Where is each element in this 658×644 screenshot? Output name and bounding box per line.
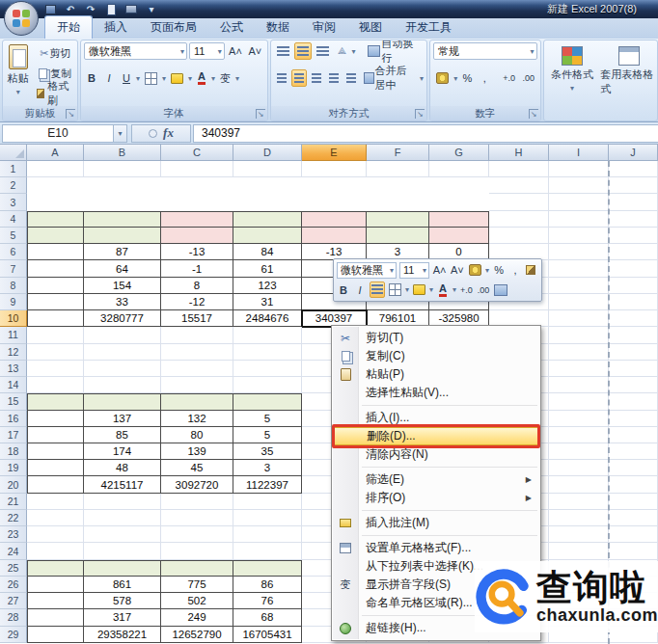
cell-D26[interactable]: 86 [233, 577, 302, 593]
row-header-12[interactable]: 12 [0, 344, 27, 361]
cell-D4[interactable] [233, 211, 302, 228]
cell-A3[interactable] [27, 194, 84, 210]
cell-B14[interactable] [84, 377, 161, 393]
cell-A9[interactable] [27, 294, 84, 310]
cell-D3[interactable] [233, 194, 302, 210]
cell-J4[interactable] [609, 211, 658, 228]
mini-accounting-button[interactable] [468, 262, 482, 279]
cell-B7[interactable]: 64 [84, 260, 161, 277]
cell-A12[interactable] [27, 344, 84, 361]
tab-data[interactable]: 数据 [255, 16, 301, 39]
print-preview-button[interactable] [103, 3, 119, 16]
cell-B6[interactable]: 87 [84, 244, 161, 260]
menu-item-7[interactable]: 清除内容(N) [333, 445, 539, 464]
cell-C25[interactable] [161, 560, 233, 577]
increase-decimal-button[interactable]: +.0 [500, 69, 517, 87]
cell-A2[interactable] [27, 177, 84, 194]
mini-increase-decimal-button[interactable]: +.0 [459, 282, 474, 298]
cell-A29[interactable] [27, 627, 84, 643]
mini-grow-font-button[interactable]: A˄ [432, 262, 447, 279]
cell-F2[interactable] [367, 177, 429, 194]
mini-comma-button[interactable]: , [508, 262, 522, 279]
menu-item-5[interactable]: 插入(I)... [333, 409, 539, 427]
cell-C6[interactable]: -13 [161, 244, 233, 260]
menu-item-6[interactable]: 删除(D)... [333, 427, 539, 445]
cell-D21[interactable] [233, 494, 302, 510]
cell-C22[interactable] [161, 510, 233, 526]
font-dialog-launcher[interactable]: ↘ [256, 109, 265, 119]
cell-B9[interactable]: 33 [84, 294, 161, 310]
cell-C8[interactable]: 8 [161, 278, 233, 294]
mini-format-painter-button[interactable] [525, 262, 538, 279]
cell-A11[interactable] [27, 327, 84, 343]
cell-I20[interactable] [549, 476, 609, 493]
row-header-3[interactable]: 3 [0, 194, 27, 210]
cell-B3[interactable] [84, 194, 161, 210]
column-header-D[interactable]: D [233, 145, 302, 161]
cell-A16[interactable] [27, 411, 84, 427]
cell-C26[interactable]: 775 [161, 577, 233, 593]
accounting-format-button[interactable] [433, 69, 452, 87]
cell-C14[interactable] [161, 377, 233, 393]
cell-J11[interactable] [609, 327, 658, 343]
cell-B29[interactable]: 29358221 [84, 627, 161, 643]
borders-button[interactable] [142, 69, 160, 87]
cell-A10[interactable] [27, 310, 84, 327]
column-header-A[interactable]: A [27, 145, 84, 161]
cell-I3[interactable] [549, 194, 609, 210]
cell-D19[interactable]: 3 [233, 460, 302, 476]
menu-item-1[interactable]: 复制(C) [333, 347, 539, 365]
mini-fill-color-button[interactable] [412, 282, 426, 298]
print-button[interactable] [123, 3, 139, 16]
format-as-table-button[interactable]: 套用表格格式 [600, 40, 657, 96]
mini-font-color-button[interactable]: A [436, 282, 450, 298]
menu-item-9[interactable]: 筛选(E)▶ [333, 470, 539, 489]
mini-percent-button[interactable]: % [492, 262, 506, 279]
cell-C17[interactable]: 80 [161, 427, 233, 443]
cell-D12[interactable] [233, 344, 302, 361]
cell-C16[interactable]: 132 [161, 411, 233, 427]
cell-I18[interactable] [549, 443, 609, 460]
cell-I13[interactable] [549, 361, 609, 377]
italic-button[interactable]: I [101, 69, 117, 87]
font-name-combo[interactable]: 微软雅黑▾ [84, 42, 187, 60]
menu-item-12[interactable]: 插入批注(M) [333, 514, 539, 532]
cell-I17[interactable] [549, 427, 609, 443]
cell-J3[interactable] [609, 194, 658, 210]
cell-D22[interactable] [233, 510, 302, 526]
cell-A19[interactable] [27, 460, 84, 476]
cell-D2[interactable] [233, 177, 302, 194]
customize-qat-button[interactable]: ▾ [144, 3, 159, 16]
row-header-28[interactable]: 28 [0, 609, 27, 626]
menu-item-14[interactable]: 设置单元格格式(F)... [333, 539, 539, 557]
cell-J22[interactable] [609, 510, 658, 526]
cell-H3[interactable] [489, 194, 549, 210]
cell-C20[interactable]: 3092720 [161, 476, 233, 493]
align-top-button[interactable] [274, 42, 292, 60]
cell-J9[interactable] [609, 294, 658, 310]
font-size-combo[interactable]: 11▾ [189, 42, 225, 60]
shrink-font-button[interactable]: A˅ [246, 42, 263, 60]
cell-C12[interactable] [161, 344, 233, 361]
select-all-corner[interactable] [0, 145, 27, 161]
undo-button[interactable]: ↶ [63, 3, 78, 16]
cell-H4[interactable] [489, 211, 549, 228]
cell-I7[interactable] [549, 260, 609, 277]
row-header-14[interactable]: 14 [0, 377, 27, 393]
cell-I11[interactable] [549, 327, 609, 343]
row-header-11[interactable]: 11 [0, 327, 27, 343]
cell-E4[interactable] [302, 211, 367, 228]
cell-B20[interactable]: 4215117 [84, 476, 161, 493]
cell-B25[interactable] [84, 560, 161, 577]
row-header-1[interactable]: 1 [0, 161, 27, 177]
cell-A15[interactable] [27, 393, 84, 410]
cell-J14[interactable] [609, 377, 658, 393]
cell-I22[interactable] [549, 510, 609, 526]
row-header-24[interactable]: 24 [0, 543, 27, 559]
cell-A4[interactable] [27, 211, 84, 228]
tab-page-layout[interactable]: 页面布局 [139, 16, 208, 39]
row-header-5[interactable]: 5 [0, 228, 27, 244]
mini-decrease-decimal-button[interactable]: .00 [477, 282, 491, 298]
cell-B26[interactable]: 861 [84, 577, 161, 593]
menu-item-0[interactable]: ✂剪切(T) [333, 329, 539, 347]
